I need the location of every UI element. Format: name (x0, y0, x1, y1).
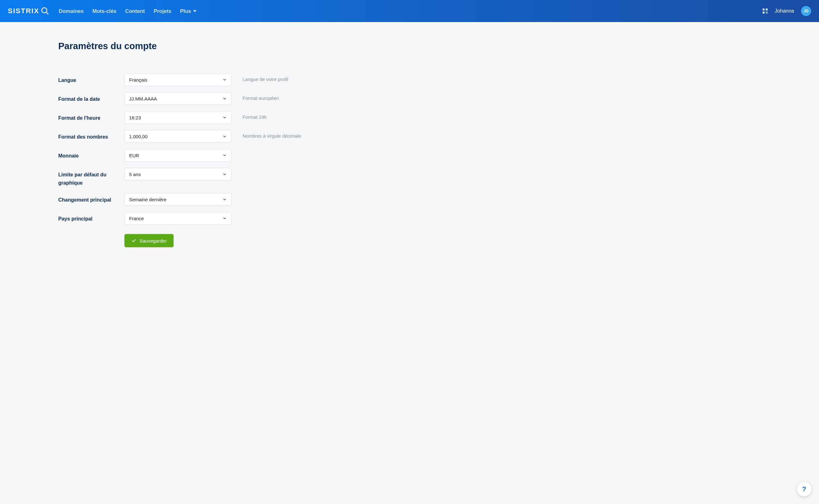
header-right: Johanna JD (762, 6, 811, 16)
search-icon (41, 7, 49, 15)
row-date: Format de la date JJ.MM.AAAA Format euro… (58, 92, 373, 105)
label-langue: Langue (58, 73, 124, 84)
nav-domaines[interactable]: Domaines (59, 8, 84, 14)
chevron-down-icon (222, 134, 227, 139)
save-button[interactable]: Sauvegarder (124, 234, 174, 247)
select-graphique[interactable]: 5 ans (124, 168, 232, 180)
check-icon (131, 238, 136, 243)
svg-rect-3 (765, 9, 767, 10)
label-heure: Format de l'heure (58, 111, 124, 122)
chevron-down-icon (222, 172, 227, 176)
nav-content[interactable]: Content (125, 8, 145, 14)
help-nombres: Nombres à virgule décimale (243, 130, 301, 139)
select-date[interactable]: JJ.MM.AAAA (124, 92, 232, 105)
help-heure: Format 24h (243, 111, 267, 120)
row-graphique: Limite par défaut du graphique 5 ans (58, 168, 373, 187)
select-pays-value: France (129, 216, 144, 221)
top-header: SISTRIX Domaines Mots-clés Content Proje… (0, 0, 819, 22)
apps-grid-icon[interactable] (762, 8, 768, 14)
nav-motscles[interactable]: Mots-clés (92, 8, 116, 14)
select-monnaie[interactable]: EUR (124, 149, 232, 162)
label-date: Format de la date (58, 92, 124, 103)
svg-rect-2 (763, 9, 765, 10)
select-changement[interactable]: Semaine dernière (124, 193, 232, 206)
row-heure: Format de l'heure 16:23 Format 24h (58, 111, 373, 124)
select-changement-value: Semaine dernière (129, 197, 166, 202)
select-pays[interactable]: France (124, 212, 232, 225)
row-langue: Langue Français Langue de votre profil (58, 73, 373, 86)
chevron-down-icon (222, 153, 227, 157)
page-title: Paramètres du compte (58, 41, 373, 51)
select-monnaie-value: EUR (129, 153, 139, 158)
svg-point-0 (42, 8, 47, 13)
svg-line-1 (46, 12, 48, 14)
label-changement: Changement principal (58, 193, 124, 204)
help-langue: Langue de votre profil (243, 73, 288, 82)
help-date: Format européen (243, 92, 279, 101)
label-graphique: Limite par défaut du graphique (58, 168, 124, 187)
label-monnaie: Monnaie (58, 149, 124, 160)
select-nombres-value: 1.000,00 (129, 134, 147, 139)
logo-text: SISTRIX (8, 7, 39, 15)
caret-down-icon (193, 9, 197, 13)
user-name[interactable]: Johanna (775, 8, 794, 14)
row-changement: Changement principal Semaine dernière (58, 193, 373, 206)
chevron-down-icon (222, 77, 227, 82)
save-button-label: Sauvegarder (140, 238, 167, 243)
logo[interactable]: SISTRIX (8, 7, 49, 15)
nav-projets[interactable]: Projets (154, 8, 171, 14)
label-nombres: Format des nombres (58, 130, 124, 141)
row-monnaie: Monnaie EUR (58, 149, 373, 162)
select-langue[interactable]: Français (124, 73, 232, 86)
chevron-down-icon (222, 115, 227, 120)
chevron-down-icon (222, 216, 227, 221)
select-date-value: JJ.MM.AAAA (129, 96, 157, 101)
select-heure-value: 16:23 (129, 115, 141, 120)
svg-rect-8 (767, 13, 768, 14)
svg-rect-4 (763, 12, 765, 14)
row-nombres: Format des nombres 1.000,00 Nombres à vi… (58, 130, 373, 143)
svg-rect-7 (765, 13, 766, 14)
help-button[interactable]: ? (797, 482, 811, 496)
main-nav: Domaines Mots-clés Content Projets Plus (59, 8, 762, 14)
svg-rect-5 (765, 12, 766, 13)
label-pays: Pays principal (58, 212, 124, 223)
nav-plus[interactable]: Plus (180, 8, 197, 14)
content: Paramètres du compte Langue Français Lan… (58, 41, 373, 247)
chevron-down-icon (222, 197, 227, 202)
avatar[interactable]: JD (801, 6, 811, 16)
nav-plus-label: Plus (180, 8, 191, 14)
select-langue-value: Français (129, 77, 147, 83)
main-area: Paramètres du compte Langue Français Lan… (0, 22, 435, 266)
select-heure[interactable]: 16:23 (124, 111, 232, 124)
svg-rect-6 (767, 12, 768, 13)
chevron-down-icon (222, 96, 227, 101)
select-nombres[interactable]: 1.000,00 (124, 130, 232, 143)
row-pays: Pays principal France (58, 212, 373, 225)
select-graphique-value: 5 ans (129, 172, 141, 177)
